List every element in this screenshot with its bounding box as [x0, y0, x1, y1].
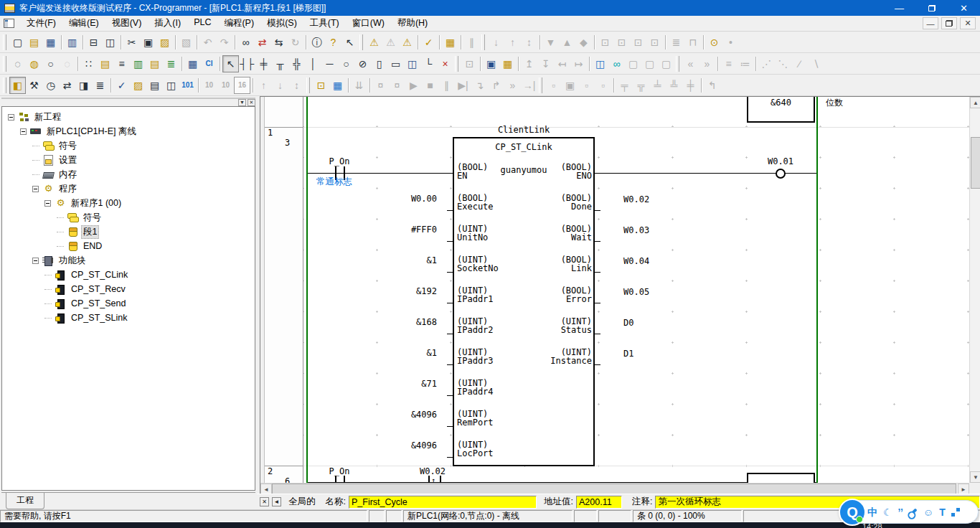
watch-window-button[interactable]: ◷: [42, 77, 59, 94]
child-close-button[interactable]: ✕: [960, 17, 976, 29]
properties-window-button[interactable]: ≣: [92, 77, 108, 94]
open-file-button[interactable]: ▤: [26, 34, 42, 51]
ime-emoji-icon[interactable]: ☺: [923, 507, 933, 517]
symbol-name-field[interactable]: [349, 496, 537, 509]
tree-item-fb-cp-st-send[interactable]: CP_ST_Send: [2, 296, 255, 311]
fb-output-operand[interactable]: W0.04: [623, 257, 649, 265]
grid-toggle-button[interactable]: ∷: [80, 55, 97, 72]
workspace-pin-button[interactable]: ▼: [238, 99, 246, 106]
fb-input-operand[interactable]: &168: [354, 318, 437, 326]
fb-output-operand[interactable]: D0: [623, 319, 633, 327]
context-help-button[interactable]: ↖: [341, 34, 358, 51]
help-button[interactable]: ?: [325, 34, 341, 51]
toolbar-grip[interactable]: [3, 77, 6, 93]
ladder-horizontal-scrollbar[interactable]: ◄ ►: [260, 483, 969, 494]
new-or-closed-contact-button[interactable]: ╬: [288, 55, 305, 72]
ime-moon-icon[interactable]: ☾: [883, 507, 892, 517]
ime-panel-icon[interactable]: [951, 508, 960, 517]
new-contact-button[interactable]: ┤├: [239, 55, 255, 72]
menu-plc[interactable]: PLC: [187, 16, 217, 31]
scroll-up-button[interactable]: ▲: [970, 97, 980, 108]
menu-window[interactable]: 窗口(W): [346, 16, 391, 31]
menu-help[interactable]: 帮助(H): [391, 16, 434, 31]
fb-input-operand[interactable]: &71: [354, 380, 437, 388]
vertical-scroll-thumb[interactable]: [971, 137, 980, 189]
menu-view[interactable]: 视图(V): [105, 16, 149, 31]
fb-input-operand[interactable]: &192: [354, 287, 437, 296]
ime-skin-icon[interactable]: T: [939, 507, 946, 517]
tree-item-fb-cp-st-recv[interactable]: CP_ST_Recv: [2, 282, 255, 296]
tree-item-section-end[interactable]: END: [2, 239, 255, 253]
address-reference-button[interactable]: ◨: [75, 77, 92, 94]
tree-item-project-root[interactable]: 新工程: [2, 110, 255, 124]
tree-item-program1-symbols[interactable]: 符号: [2, 210, 255, 225]
tree-expand-toggle[interactable]: [8, 114, 14, 121]
monitor-in-rung-button[interactable]: ▥: [130, 55, 146, 72]
toolbar-grip[interactable]: [455, 56, 458, 72]
fb-output-operand[interactable]: W0.02: [623, 195, 649, 204]
scroll-down-button[interactable]: ▼: [970, 471, 980, 483]
toolbar-grip[interactable]: [3, 34, 6, 50]
print-preview-button[interactable]: ◫: [102, 34, 118, 51]
fb-input-operand[interactable]: W0.00: [354, 194, 437, 203]
online-edit-compare-button[interactable]: ▦: [442, 34, 458, 51]
tree-item-function-blocks[interactable]: 功能块: [2, 253, 255, 268]
memory-clear-button[interactable]: ▨: [130, 77, 146, 94]
menu-tools[interactable]: 工具(T): [303, 16, 346, 31]
toolbar-grip[interactable]: [676, 56, 679, 72]
fb-instance-button[interactable]: ◫: [592, 55, 608, 72]
work-online-simulator-button[interactable]: ▦: [329, 77, 346, 94]
compile-button[interactable]: ▥: [64, 34, 80, 51]
child-restore-button[interactable]: [941, 17, 957, 29]
cycle-time-button[interactable]: ⊙: [706, 34, 722, 51]
new-file-button[interactable]: ▢: [9, 34, 26, 51]
cut-button[interactable]: ✂: [123, 34, 140, 51]
tree-item-fb-cp-st-clink[interactable]: CP_ST_CLink: [2, 268, 255, 282]
section-list-button[interactable]: ◫: [163, 77, 179, 94]
restore-button[interactable]: [915, 0, 948, 16]
next-instruction-box[interactable]: [747, 473, 815, 483]
work-online-button[interactable]: ⊡: [313, 77, 329, 94]
ladder-content[interactable]: 1 3 2 6 &640 位数 P_On 常通标志: [260, 97, 969, 483]
tree-item-plc-settings[interactable]: 设置: [2, 153, 255, 167]
fb-input-operand[interactable]: &4096: [354, 410, 437, 419]
ime-logo-icon[interactable]: Q: [839, 499, 866, 526]
new-instruction-button[interactable]: ▯: [371, 55, 387, 72]
prev-instruction-box[interactable]: &640: [747, 97, 815, 123]
new-vertical-down-button[interactable]: └: [420, 55, 437, 72]
menu-file[interactable]: 文件(F): [20, 16, 62, 31]
save-file-button[interactable]: ▦: [42, 34, 59, 51]
tree-expand-toggle[interactable]: [32, 258, 39, 264]
ime-mode-toggle[interactable]: 中: [867, 507, 877, 517]
tab-project[interactable]: 工程: [6, 493, 44, 509]
tree-item-plc-node[interactable]: 新PLC1[CP1H-E] 离线: [2, 124, 255, 138]
fb-input-operand[interactable]: &4096: [354, 441, 437, 450]
toolbar-grip[interactable]: [481, 34, 485, 50]
fb-output-operand[interactable]: W0.03: [623, 226, 649, 235]
find-button[interactable]: ∞: [237, 34, 254, 51]
tree-expand-toggle[interactable]: [44, 200, 51, 207]
io-comment-view-button[interactable]: CI: [201, 55, 217, 72]
about-button[interactable]: ⓘ: [308, 34, 325, 51]
tree-item-plc-memory[interactable]: 内存: [2, 167, 255, 182]
symbol-bar-close-button[interactable]: ✕: [260, 497, 269, 506]
copy-button[interactable]: ▣: [140, 34, 156, 51]
print-button[interactable]: ⊟: [85, 34, 102, 51]
replace-button[interactable]: ⇄: [254, 34, 270, 51]
output-window-button[interactable]: ⚒: [26, 77, 42, 94]
fb-library-button[interactable]: ▦: [499, 55, 516, 72]
new-closed-contact-button[interactable]: ╪: [255, 55, 272, 72]
new-instruction-nc-button[interactable]: ▭: [387, 55, 404, 72]
ime-toolbox-icon[interactable]: [909, 508, 917, 516]
fb-input-operand[interactable]: #FFF0: [354, 225, 437, 234]
paste-button[interactable]: ▨: [156, 34, 173, 51]
fb-definition-button[interactable]: ▣: [483, 55, 499, 72]
delete-mode-button[interactable]: ×: [437, 55, 453, 72]
tree-expand-toggle[interactable]: [20, 128, 27, 135]
io-table-button[interactable]: ▤: [146, 77, 163, 94]
find-all-button[interactable]: ⚠: [399, 34, 415, 51]
toolbar-grip[interactable]: [359, 34, 363, 50]
select-mode-button[interactable]: ↖: [222, 55, 239, 72]
compile-program-button[interactable]: ⚠: [366, 34, 382, 51]
menu-simulation[interactable]: 模拟(S): [260, 16, 303, 31]
